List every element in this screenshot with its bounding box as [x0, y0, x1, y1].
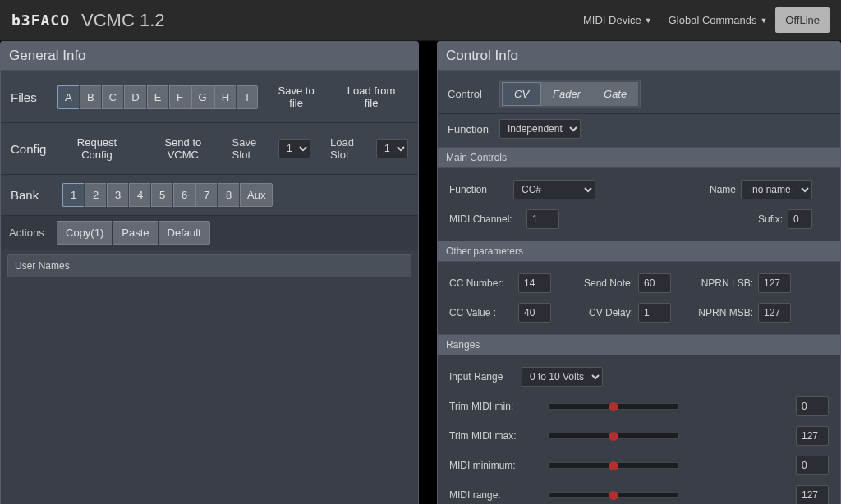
cc-number-label: CC Number:: [449, 277, 513, 289]
bank-tab-5[interactable]: 5: [151, 183, 172, 207]
file-tab-g[interactable]: G: [191, 85, 214, 109]
trim-midi-min-label: Trim MIDI min:: [449, 401, 540, 412]
input-range-label: Input Range: [449, 371, 517, 383]
tab-gate[interactable]: Gate: [592, 82, 638, 106]
actions-label: Actions: [9, 227, 50, 239]
default-button[interactable]: Default: [159, 221, 210, 245]
slider-midi-range: MIDI range:: [438, 480, 840, 504]
midi-range-value[interactable]: [796, 485, 829, 504]
copy-button[interactable]: Copy(1): [57, 221, 112, 245]
input-range-select[interactable]: 0 to 10 Volts: [522, 367, 603, 387]
sufix-label: Sufix:: [750, 213, 783, 225]
main-controls-header: Main Controls: [438, 147, 840, 168]
control-info-header: Control Info: [438, 42, 840, 71]
bank-row: Bank 1 2 3 4 5 6 7 8 Aux: [1, 174, 418, 215]
general-info-header: General Info: [1, 42, 418, 71]
cv-delay-input[interactable]: [638, 303, 671, 323]
midi-channel-input[interactable]: [526, 209, 559, 229]
midi-channel-label: MIDI Channel:: [449, 213, 522, 225]
sufix-input[interactable]: [788, 209, 812, 229]
app-title: VCMC 1.2: [81, 10, 164, 31]
bank-tab-1[interactable]: 1: [62, 183, 84, 207]
midi-min-label: MIDI minimum:: [449, 460, 540, 471]
send-note-label: Send Note:: [576, 277, 633, 289]
trim-midi-min-value[interactable]: [796, 396, 829, 416]
file-tab-f[interactable]: F: [169, 85, 191, 109]
config-label: Config: [11, 142, 50, 156]
function-label: Function: [448, 123, 493, 135]
ranges-header: Ranges: [438, 334, 840, 355]
func-label: Function: [449, 184, 508, 195]
config-row: Config Request Config Send to VCMC Save …: [1, 122, 418, 174]
bank-tabs: 1 2 3 4 5 6 7 8 Aux: [62, 183, 273, 207]
func-select[interactable]: CC#: [513, 180, 595, 199]
general-info-panel: General Info Files A B C D E F G H I Sav…: [0, 41, 419, 504]
user-names-row[interactable]: User Names: [7, 254, 411, 277]
function-select[interactable]: Independent: [499, 119, 581, 139]
name-label: Name: [703, 184, 736, 195]
file-tab-c[interactable]: C: [102, 85, 123, 109]
file-tabs: A B C D E F G H I: [57, 85, 258, 109]
save-slot-label: Save Slot: [232, 136, 273, 161]
file-tab-e[interactable]: E: [147, 85, 168, 109]
topbar: b3FACO VCMC 1.2 MIDI Device▼ Global Comm…: [0, 0, 841, 41]
files-label: Files: [11, 90, 51, 104]
caret-down-icon: ▼: [645, 16, 652, 25]
cc-value-input[interactable]: [518, 303, 551, 323]
trim-midi-max-slider[interactable]: [548, 433, 679, 439]
tab-cv[interactable]: CV: [502, 82, 541, 106]
cc-number-input[interactable]: [518, 273, 551, 293]
tab-fader[interactable]: Fader: [541, 82, 592, 106]
trim-midi-min-slider[interactable]: [548, 403, 679, 410]
trim-midi-max-label: Trim MIDI max:: [449, 430, 540, 442]
nprn-lsb-input[interactable]: [758, 273, 791, 293]
global-commands-dropdown[interactable]: Global Commands▼: [660, 7, 776, 33]
name-select[interactable]: -no name-: [741, 180, 812, 199]
nprn-lsb-label: NPRN LSB:: [696, 277, 753, 289]
save-to-file-button[interactable]: Save to file: [264, 80, 328, 114]
midi-device-dropdown[interactable]: MIDI Device▼: [575, 7, 660, 33]
bank-tab-4[interactable]: 4: [129, 183, 150, 207]
midi-min-value[interactable]: [796, 456, 829, 475]
cv-delay-label: CV Delay:: [576, 307, 633, 318]
offline-button[interactable]: OffLine: [775, 7, 830, 33]
cc-value-label: CC Value :: [449, 307, 513, 318]
control-info-panel: Control Info Control CV Fader Gate Funct…: [437, 41, 841, 504]
actions-row: Actions Copy(1) Paste Default: [1, 215, 418, 250]
slider-trim-min: Trim MIDI min:: [438, 392, 840, 421]
send-to-vcmc-button[interactable]: Send to VCMC: [144, 131, 223, 166]
control-tabs: CV Fader Gate: [499, 80, 641, 108]
send-note-input[interactable]: [638, 273, 671, 293]
load-slot-select[interactable]: 1: [376, 139, 408, 158]
paste-button[interactable]: Paste: [113, 221, 157, 245]
file-tab-h[interactable]: H: [214, 85, 236, 109]
slider-midi-min: MIDI minimum:: [438, 451, 840, 480]
logo: b3FACO: [11, 11, 70, 29]
file-tab-a[interactable]: A: [57, 85, 79, 109]
bank-tab-6[interactable]: 6: [173, 183, 195, 207]
midi-range-slider[interactable]: [548, 492, 679, 498]
load-from-file-button[interactable]: Load from file: [334, 80, 408, 114]
midi-range-label: MIDI range:: [449, 489, 540, 501]
load-slot-label: Load Slot: [330, 136, 370, 161]
nprn-msb-input[interactable]: [758, 303, 791, 323]
other-params-header: Other parameters: [438, 241, 840, 262]
slider-trim-max: Trim MIDI max:: [438, 421, 840, 451]
trim-midi-max-value[interactable]: [796, 426, 829, 446]
request-config-button[interactable]: Request Config: [57, 131, 137, 166]
save-slot-select[interactable]: 1: [278, 139, 310, 158]
bank-tab-8[interactable]: 8: [218, 183, 239, 207]
nprn-msb-label: NPRN MSB:: [696, 307, 753, 318]
bank-tab-aux[interactable]: Aux: [240, 183, 273, 207]
bank-tab-7[interactable]: 7: [195, 183, 217, 207]
file-tab-b[interactable]: B: [80, 85, 101, 109]
files-row: Files A B C D E F G H I Save to file Loa…: [1, 71, 418, 122]
file-tab-d[interactable]: D: [124, 85, 145, 109]
caret-down-icon: ▼: [760, 16, 767, 25]
bank-tab-3[interactable]: 3: [107, 183, 128, 207]
file-tab-i[interactable]: I: [237, 85, 258, 109]
control-label: Control: [448, 88, 493, 100]
bank-label: Bank: [11, 188, 56, 202]
bank-tab-2[interactable]: 2: [85, 183, 106, 207]
midi-min-slider[interactable]: [548, 462, 679, 469]
